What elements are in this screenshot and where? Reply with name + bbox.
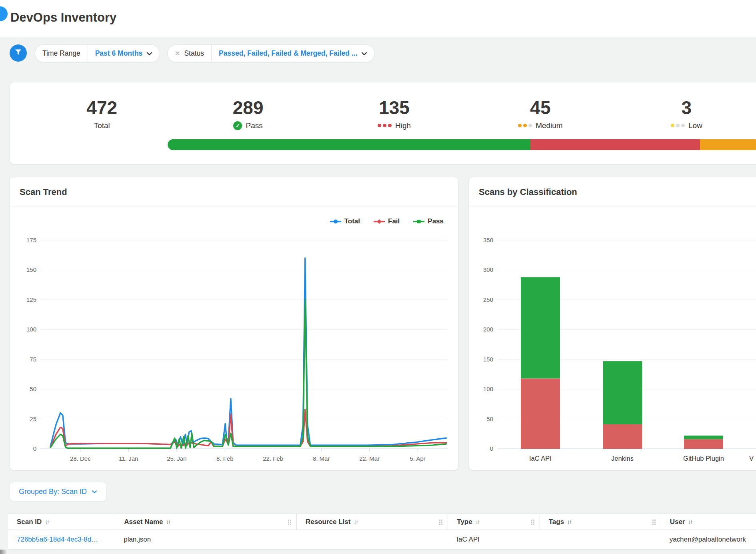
column-label: Asset Name	[124, 518, 163, 526]
high-label: High	[395, 121, 411, 130]
sort-icon[interactable]: ↓↑	[476, 519, 480, 525]
svg-text:300: 300	[483, 266, 493, 273]
column-header-user[interactable]: User↓↑	[661, 514, 756, 530]
svg-text:22. Feb: 22. Feb	[263, 455, 283, 462]
series-total	[50, 258, 446, 446]
low-label: Low	[688, 121, 702, 130]
column-label: Tags	[549, 518, 564, 526]
grouped-by-button[interactable]: Grouped By: Scan ID	[10, 482, 106, 501]
type-cell: IaC API	[448, 530, 539, 549]
column-header-resource-list[interactable]: Resource List↓↑	[296, 514, 448, 530]
svg-text:Jenkins: Jenkins	[611, 455, 634, 462]
bar-pass-IaC API[interactable]	[521, 277, 560, 378]
severity-dot	[528, 124, 532, 127]
scan-id-link[interactable]: 726bb5a6-18d4-4ec3-8d...	[8, 530, 115, 549]
total-count: 472	[86, 98, 117, 118]
svg-text:150: 150	[483, 356, 493, 363]
column-header-tags[interactable]: Tags↓↑	[540, 514, 661, 530]
svg-text:200: 200	[483, 326, 493, 333]
severity-dots-medium	[518, 124, 532, 127]
classification-card: Scans by Classification 0501001502002503…	[469, 177, 756, 470]
svg-text:100: 100	[483, 385, 493, 392]
svg-text:IaC API: IaC API	[529, 455, 552, 462]
resource-list-cell	[296, 530, 448, 549]
drag-handle-icon[interactable]	[531, 520, 532, 521]
classification-chart[interactable]: 050100150200250300350IaC APIJenkinsGitHu…	[469, 177, 756, 471]
table-row[interactable]: 726bb5a6-18d4-4ec3-8d...plan.jsonIaC API…	[8, 530, 756, 550]
bar-fail-Jenkins[interactable]	[603, 424, 642, 449]
svg-text:0: 0	[490, 445, 493, 452]
stat-high: 135 High	[321, 98, 467, 130]
medium-label: Medium	[536, 121, 563, 130]
stat-pass: 289 ✓ Pass	[175, 98, 321, 130]
column-header-type[interactable]: Type↓↑	[448, 514, 539, 530]
bar-pass-GitHub Plugin[interactable]	[684, 436, 723, 439]
svg-text:28. Dec: 28. Dec	[70, 455, 91, 462]
drag-handle-icon[interactable]	[288, 520, 289, 521]
status-value-section[interactable]: Passed, Failed, Failed & Merged, Failed …	[211, 45, 374, 62]
user-cell: yachen@paloaltonetwork	[661, 530, 756, 549]
high-count: 135	[379, 98, 410, 118]
stat-low: 3 Low	[614, 98, 756, 130]
time-range-filter[interactable]: Time Range Past 6 Months	[35, 44, 160, 62]
total-label: Total	[94, 121, 110, 130]
status-label-section: ✕ Status	[168, 45, 211, 62]
bar-fail-IaC API[interactable]	[521, 378, 560, 449]
scan-trend-chart[interactable]: 025507510012515017528. Dec11. Jan25. Jan…	[10, 177, 459, 471]
svg-text:350: 350	[483, 237, 493, 243]
chevron-down-icon	[146, 49, 152, 58]
svg-text:75: 75	[30, 356, 36, 363]
low-count: 3	[682, 98, 692, 118]
svg-text:GitHub Plugin: GitHub Plugin	[683, 455, 724, 462]
severity-dot	[388, 124, 392, 127]
grouped-by-label: Grouped By: Scan ID	[19, 488, 87, 496]
scans-table: Scan ID↓↑Asset Name↓↑Resource List↓↑Type…	[8, 514, 756, 550]
stat-medium: 45 Medium	[467, 98, 613, 130]
stat-total: 472 Total	[29, 98, 175, 130]
svg-text:50: 50	[486, 416, 493, 422]
app-header: DevOps Inventory	[0, 0, 756, 37]
svg-text:25. Jan: 25. Jan	[167, 455, 186, 462]
svg-text:22. Mar: 22. Mar	[359, 455, 380, 462]
sort-icon[interactable]: ↓↑	[45, 519, 49, 525]
bar-segment-high	[530, 139, 700, 150]
chevron-down-icon	[92, 488, 97, 495]
bar-segment-medium	[700, 139, 756, 150]
page-title: DevOps Inventory	[10, 10, 116, 25]
severity-dot	[676, 124, 680, 127]
time-range-value[interactable]: Past 6 Months	[95, 49, 143, 58]
status-filter[interactable]: ✕ Status Passed, Failed, Failed & Merged…	[167, 44, 375, 62]
time-range-value-section[interactable]: Past 6 Months	[88, 45, 160, 62]
stats-row: 472 Total 289 ✓ Pass 135 High 45 Medium	[10, 82, 756, 130]
severity-dot	[383, 124, 386, 127]
svg-text:100: 100	[26, 326, 36, 333]
sort-icon[interactable]: ↓↑	[567, 519, 571, 525]
svg-text:0: 0	[33, 445, 36, 452]
sort-icon[interactable]: ↓↑	[354, 519, 358, 525]
series-pass	[50, 300, 446, 448]
severity-dot	[518, 124, 522, 127]
filter-button[interactable]	[10, 44, 27, 62]
svg-text:25: 25	[30, 416, 36, 422]
sort-icon[interactable]: ↓↑	[688, 519, 692, 525]
status-value[interactable]: Passed, Failed, Failed & Merged, Failed …	[219, 49, 357, 58]
drag-handle-icon[interactable]	[439, 520, 440, 521]
time-range-label-section: Time Range	[35, 45, 88, 62]
clear-filter-icon[interactable]: ✕	[175, 50, 180, 57]
series-fail	[50, 409, 446, 448]
svg-text:250: 250	[483, 296, 493, 303]
svg-text:150: 150	[26, 266, 36, 273]
column-header-asset-name[interactable]: Asset Name↓↑	[115, 514, 296, 530]
bar-pass-Jenkins[interactable]	[603, 361, 642, 424]
drag-handle-icon[interactable]	[652, 520, 654, 521]
sort-icon[interactable]: ↓↑	[166, 519, 170, 525]
pass-label: Pass	[246, 121, 262, 130]
bar-fail-GitHub Plugin[interactable]	[684, 439, 723, 449]
medium-count: 45	[530, 98, 550, 118]
column-label: Type	[457, 518, 472, 526]
column-header-scan-id[interactable]: Scan ID↓↑	[8, 514, 115, 530]
time-range-label: Time Range	[42, 49, 80, 58]
column-label: User	[670, 518, 685, 526]
svg-text:8. Feb: 8. Feb	[216, 455, 234, 462]
scan-trend-card: Scan Trend TotalFailPass 025507510012515…	[10, 177, 458, 470]
